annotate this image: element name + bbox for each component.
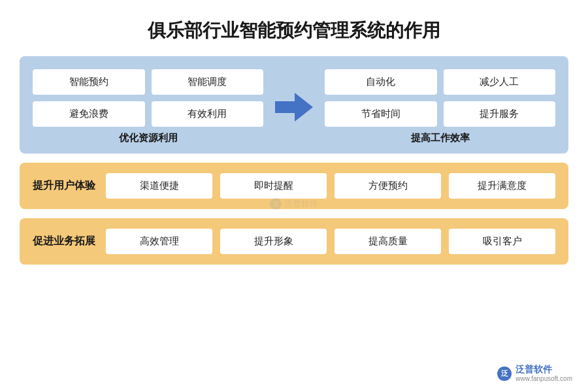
logo-sub-name: www.fanpusoft.com bbox=[515, 375, 572, 383]
item-improve-service: 提升服务 bbox=[444, 101, 556, 127]
logo-main-name: 泛普软件 bbox=[515, 364, 572, 375]
items-row-2: 高效管理 提升形象 提高质量 吸引客户 bbox=[106, 229, 555, 254]
arrow-body bbox=[275, 101, 295, 113]
section-title-2: 促进业务拓展 bbox=[33, 235, 95, 248]
right-group-label: 提高工作效率 bbox=[325, 132, 555, 144]
item-easy-booking: 方便预约 bbox=[335, 173, 441, 199]
item-avoid-waste: 避免浪费 bbox=[33, 101, 145, 127]
item-improve-image: 提升形象 bbox=[220, 229, 327, 254]
left-box-group: 智能预约 智能调度 避免浪费 有效利用 bbox=[33, 69, 263, 127]
item-satisfaction: 提升满意度 bbox=[449, 173, 555, 199]
arrow-head bbox=[295, 93, 313, 122]
item-improve-quality: 提高质量 bbox=[335, 229, 441, 254]
item-automation: 自动化 bbox=[325, 69, 437, 95]
item-channel: 渠道便捷 bbox=[106, 173, 212, 199]
logo: 泛 泛普软件 www.fanpusoft.com bbox=[497, 364, 572, 383]
right-row-2: 节省时间 提升服务 bbox=[325, 101, 555, 127]
item-reminder: 即时提醒 bbox=[220, 173, 327, 199]
items-row-1: 渠道便捷 即时提醒 方便预约 提升满意度 bbox=[106, 173, 555, 199]
bottom-section-2: 促进业务拓展 高效管理 提升形象 提高质量 吸引客户 bbox=[20, 218, 568, 265]
item-reduce-labor: 减少人工 bbox=[444, 69, 556, 95]
item-attract-customers: 吸引客户 bbox=[449, 229, 555, 254]
left-group-label: 优化资源利用 bbox=[33, 132, 263, 144]
logo-text: 泛普软件 www.fanpusoft.com bbox=[515, 364, 572, 383]
page-title: 俱乐部行业智能预约管理系统的作用 bbox=[0, 0, 588, 56]
item-smart-schedule: 智能调度 bbox=[152, 69, 264, 95]
item-smart-booking: 智能预约 bbox=[33, 69, 145, 95]
arrow-container bbox=[263, 93, 325, 122]
arrow-shape bbox=[275, 93, 313, 122]
item-effective-use: 有效利用 bbox=[152, 101, 264, 127]
right-box-group: 自动化 减少人工 节省时间 提升服务 bbox=[325, 69, 555, 127]
logo-icon: 泛 bbox=[497, 367, 512, 381]
item-save-time: 节省时间 bbox=[325, 101, 437, 127]
right-group: 自动化 减少人工 节省时间 提升服务 提高工作效率 bbox=[325, 69, 555, 144]
top-section: 智能预约 智能调度 避免浪费 有效利用 优化资源利用 自动化 bbox=[20, 56, 568, 154]
right-row-1: 自动化 减少人工 bbox=[325, 69, 555, 95]
item-efficient-manage: 高效管理 bbox=[106, 229, 212, 254]
left-row-2: 避免浪费 有效利用 bbox=[33, 101, 263, 127]
left-group: 智能预约 智能调度 避免浪费 有效利用 优化资源利用 bbox=[33, 69, 263, 144]
bottom-section-1: 提升用户体验 渠道便捷 即时提醒 方便预约 提升满意度 bbox=[20, 163, 568, 209]
section-title-1: 提升用户体验 bbox=[33, 179, 95, 193]
left-row-1: 智能预约 智能调度 bbox=[33, 69, 263, 95]
main-content: 智能预约 智能调度 避免浪费 有效利用 优化资源利用 自动化 bbox=[0, 56, 588, 265]
